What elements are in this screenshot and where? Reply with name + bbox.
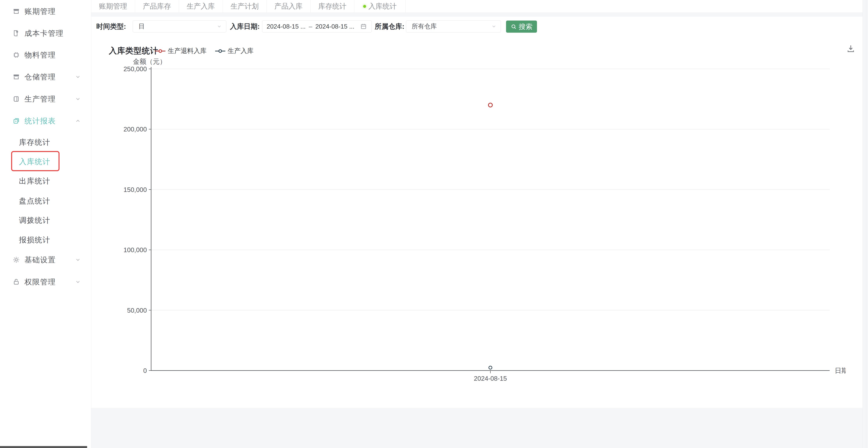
tab-label: 生产计划: [230, 2, 259, 11]
subitem-label: 调拨统计: [19, 215, 50, 225]
tab-production-inbound[interactable]: 生产入库: [179, 0, 223, 13]
tab-account-period[interactable]: 账期管理: [91, 0, 135, 13]
y-tick-label: 200,000: [124, 126, 147, 133]
legend-label: 生产入库: [228, 46, 253, 55]
sidebar-item-permissions[interactable]: 权限管理: [0, 272, 91, 292]
chevron-down-icon: [75, 96, 81, 102]
sidebar-item-label: 成本卡管理: [25, 28, 64, 38]
right-gutter: [863, 0, 868, 448]
legend-label: 生产退料入库: [168, 46, 207, 55]
chart-legend: 生产退料入库 生产入库: [155, 46, 253, 55]
sidebar-subitem-stocktake-stats[interactable]: 盘点统计: [0, 191, 91, 211]
data-point-生产入库: [489, 366, 492, 369]
legend-item-production-inbound[interactable]: 生产入库: [215, 46, 253, 55]
tab-product-inventory[interactable]: 产品库存: [135, 0, 179, 13]
production-icon: [12, 95, 20, 103]
sidebar-item-production[interactable]: 生产管理: [0, 89, 91, 109]
line-chart: 050,000100,000150,000200,000250,000金额（元）…: [118, 57, 846, 385]
gear-icon: [12, 256, 20, 263]
sidebar-item-reports[interactable]: 统计报表: [0, 111, 91, 131]
sidebar-item-material[interactable]: 物料管理: [0, 45, 91, 65]
chevron-down-icon: [75, 279, 81, 285]
time-type-value: 日: [138, 22, 145, 31]
subitem-label: 报损统计: [19, 235, 50, 245]
chevron-down-icon: [217, 24, 222, 29]
sidebar-item-label: 生产管理: [25, 94, 56, 104]
download-icon[interactable]: [846, 44, 856, 53]
time-type-label: 时间类型:: [96, 20, 126, 32]
date-start-value: 2024-08-15 ...: [267, 23, 306, 30]
y-tick-label: 100,000: [124, 246, 147, 254]
date-end-value: 2024-08-15 ...: [315, 23, 354, 30]
report-icon: [12, 117, 20, 125]
tab-inventory-stats[interactable]: 库存统计: [310, 0, 354, 13]
inbound-date-label: 入库日期:: [230, 20, 260, 32]
inbound-date-range-input[interactable]: 2024-08-15 ... – 2024-08-15 ...: [262, 20, 372, 32]
sidebar-item-label: 权限管理: [25, 277, 56, 287]
sidebar-item-label: 基础设置: [25, 255, 56, 265]
sidebar-item-basic-settings[interactable]: 基础设置: [0, 250, 91, 269]
search-button-label: 搜索: [519, 22, 532, 31]
subitem-label: 出库统计: [19, 176, 50, 186]
tab-production-plan[interactable]: 生产计划: [223, 0, 267, 13]
sidebar-item-warehouse[interactable]: 仓储管理: [0, 67, 91, 87]
chip-icon: [12, 51, 20, 59]
sidebar-subitem-transfer-stats[interactable]: 调拨统计: [0, 211, 91, 230]
sidebar-subitem-inventory-stats[interactable]: 库存统计: [0, 132, 91, 152]
y-axis-name: 金额（元）: [133, 58, 166, 65]
chart-title: 入库类型统计: [109, 45, 158, 56]
date-separator: –: [309, 23, 312, 30]
time-type-select[interactable]: 日: [133, 20, 226, 32]
horizontal-scrollbar-thumb[interactable]: [0, 446, 87, 448]
tab-label: 生产入库: [187, 2, 215, 11]
cost-card-icon: [12, 30, 20, 37]
tab-bar: 账期管理 产品库存 生产入库 生产计划 产品入库 库存统计 入库统计: [91, 0, 868, 13]
tab-label: 库存统计: [318, 2, 346, 11]
tab-inbound-stats-active[interactable]: 入库统计: [354, 0, 406, 13]
legend-line-marker: [215, 49, 225, 53]
calendar-icon: [360, 23, 367, 30]
y-tick-label: 50,000: [127, 307, 147, 314]
sidebar: 账期管理 成本卡管理 物料管理 仓储管理: [0, 0, 91, 448]
warehouse-value: 所有仓库: [412, 22, 437, 31]
subitem-label: 盘点统计: [19, 196, 50, 206]
sidebar-subitem-inbound-stats[interactable]: 入库统计: [0, 152, 91, 171]
chevron-down-icon: [75, 257, 81, 263]
warehouse-select[interactable]: 所有仓库: [406, 20, 501, 32]
chevron-down-icon: [491, 24, 496, 29]
x-tick-label: 2024-08-15: [474, 375, 507, 382]
legend-line-marker: [155, 49, 165, 53]
legend-item-production-return-inbound[interactable]: 生产退料入库: [155, 46, 207, 55]
search-icon: [510, 24, 517, 30]
active-tab-dot-icon: [363, 5, 366, 8]
tab-label: 产品入库: [275, 2, 303, 11]
tab-label: 账期管理: [99, 2, 127, 11]
warehouse-label: 所属仓库:: [375, 20, 404, 32]
subitem-label: 库存统计: [19, 137, 50, 147]
lock-icon: [12, 278, 20, 286]
chevron-down-icon: [75, 74, 81, 80]
y-tick-label: 150,000: [124, 186, 147, 193]
sidebar-item-label: 物料管理: [25, 50, 56, 60]
app-root: 账期管理 成本卡管理 物料管理 仓储管理: [0, 0, 868, 448]
sidebar-item-label: 账期管理: [25, 6, 56, 17]
y-tick-label: 250,000: [124, 65, 147, 72]
chevron-up-icon: [75, 118, 81, 124]
sidebar-item-account-period[interactable]: 账期管理: [0, 2, 91, 21]
shop-icon: [12, 8, 20, 15]
tab-label: 入库统计: [368, 2, 397, 11]
tab-product-inbound[interactable]: 产品入库: [267, 0, 310, 13]
warehouse-icon: [12, 73, 20, 81]
y-tick-label: 0: [143, 367, 147, 374]
sidebar-subitem-outbound-stats[interactable]: 出库统计: [0, 171, 91, 191]
sidebar-item-cost-card[interactable]: 成本卡管理: [0, 24, 91, 43]
x-axis-name: 日期: [835, 367, 846, 374]
sidebar-subitem-scrap-stats[interactable]: 报损统计: [0, 230, 91, 250]
search-button[interactable]: 搜索: [506, 21, 537, 33]
vertical-scrollbar-track: [866, 0, 866, 448]
tab-label: 产品库存: [143, 2, 171, 11]
sidebar-item-label: 仓储管理: [25, 72, 56, 82]
data-point-生产退料入库: [489, 103, 492, 107]
sidebar-item-label: 统计报表: [25, 116, 56, 126]
subitem-label: 入库统计: [19, 157, 50, 167]
